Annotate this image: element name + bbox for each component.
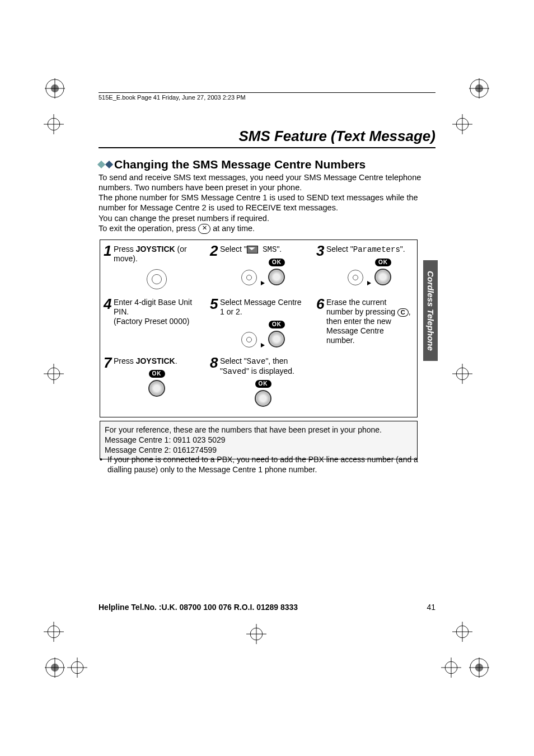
ok-badge: OK <box>269 321 285 328</box>
intro-paragraphs: To send and receive SMS text messages, y… <box>99 172 435 234</box>
step-number: 1 <box>104 242 111 260</box>
side-tab: Cordless Telephone <box>423 260 438 361</box>
step-number: 7 <box>104 354 111 372</box>
step-4: 4 Enter 4-digit Base Unit PIN. (Factory … <box>105 298 200 349</box>
crop-mark-icon <box>67 658 87 678</box>
step-number: 3 <box>316 242 324 260</box>
intro-line: To send and receive SMS text messages, y… <box>99 172 435 192</box>
step-number: 2 <box>210 242 218 260</box>
step-5: 5 Select Message Centre 1 or 2. OK <box>211 298 306 349</box>
crop-mark-icon <box>44 622 64 642</box>
joystick-press-icon <box>268 331 285 348</box>
running-header-text: 515E_E.book Page 41 Friday, June 27, 200… <box>99 94 246 101</box>
step-7: 7 Press JOYSTICK. OK <box>105 356 200 409</box>
step-number: 6 <box>316 295 324 313</box>
crop-mark-icon <box>452 622 472 642</box>
diamond-icon <box>105 161 113 168</box>
joystick-icon <box>147 269 167 289</box>
joystick-icon <box>241 270 257 285</box>
ok-badge: OK <box>255 380 271 388</box>
step-number: 4 <box>104 295 111 313</box>
crop-mark-icon <box>469 658 489 678</box>
reference-line: Message Centre 1: 0911 023 5029 <box>105 435 413 445</box>
crop-mark-icon <box>45 658 65 678</box>
crop-mark-icon <box>45 78 65 98</box>
intro-line: You can change the preset numbers if req… <box>99 213 435 223</box>
crop-mark-icon <box>441 658 461 678</box>
crop-mark-icon <box>452 364 472 384</box>
running-header: 515E_E.book Page 41 Friday, June 27, 200… <box>99 92 435 101</box>
page-number: 41 <box>427 603 435 612</box>
step-number: 5 <box>210 295 218 313</box>
cancel-icon: ✕ <box>198 224 210 234</box>
envelope-icon <box>247 246 258 253</box>
diamond-icon <box>97 161 105 168</box>
arrow-icon <box>367 281 371 285</box>
ok-badge: OK <box>269 259 285 266</box>
page-footer: Helpline Tel.No. :U.K. 08700 100 076 R.O… <box>99 603 435 612</box>
joystick-icon <box>241 332 257 348</box>
ok-badge: OK <box>375 259 391 266</box>
helpline-text: Helpline Tel.No. :U.K. 08700 100 076 R.O… <box>99 603 298 612</box>
page-title: SMS Feature (Text Message) <box>99 128 435 148</box>
step-number: 8 <box>210 354 218 372</box>
crop-mark-icon <box>469 78 489 98</box>
reference-box: For your reference, these are the number… <box>100 421 418 459</box>
arrow-icon <box>261 281 265 285</box>
step-8: 8 Select "Save", then "Saved" is display… <box>211 356 306 409</box>
section-heading: Changing the SMS Message Centre Numbers <box>99 158 366 171</box>
joystick-press-icon <box>374 269 391 285</box>
crop-mark-icon <box>246 624 266 644</box>
step-2: 2 Select " SMS". OK <box>211 245 306 291</box>
joystick-press-icon <box>255 390 271 407</box>
reference-line: For your reference, these are the number… <box>105 425 413 435</box>
intro-line: The phone number for SMS Message Centre … <box>99 192 435 213</box>
steps-container: 1 Press JOYSTICK (or move). 2 Select " S… <box>100 240 418 417</box>
joystick-icon <box>348 270 363 285</box>
crop-mark-icon <box>44 114 64 134</box>
section-heading-text: Changing the SMS Message Centre Numbers <box>114 158 366 171</box>
joystick-press-icon <box>268 269 285 285</box>
pbx-note: If your phone is connected to a PBX, you… <box>107 454 422 475</box>
joystick-press-icon <box>148 380 165 397</box>
crop-mark-icon <box>452 114 472 134</box>
arrow-icon <box>261 343 265 348</box>
c-button-icon: C <box>397 308 409 317</box>
step-1: 1 Press JOYSTICK (or move). <box>105 245 200 291</box>
step-3: 3 Select "Parameters". OK <box>317 245 413 291</box>
crop-mark-icon <box>44 364 64 384</box>
intro-line: To exit the operation, press ✕ at any ti… <box>99 223 435 234</box>
reference-line: Message Centre 2: 0161274599 <box>105 445 413 455</box>
step-6: 6 Erase the current number by pressing C… <box>317 298 413 349</box>
ok-badge: OK <box>149 370 165 378</box>
